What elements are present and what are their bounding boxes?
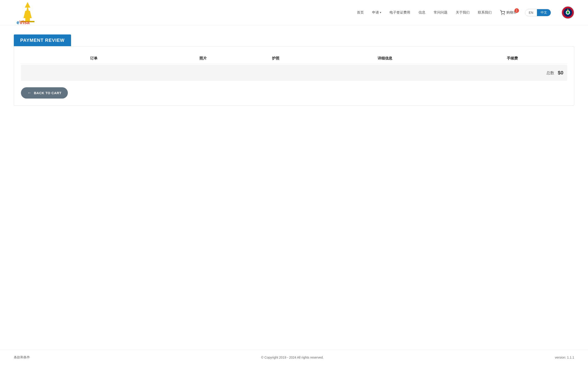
svg-marker-3 <box>23 14 32 18</box>
table-header: 订单 照片 护照 详细信息 手续费 <box>21 53 567 64</box>
nav-info[interactable]: 信息 <box>419 10 425 15</box>
back-arrow-icon: ← <box>27 91 32 95</box>
language-switcher: EN 中文 <box>525 9 551 16</box>
col-order: 订单 <box>21 56 167 61</box>
page-title: PAYMENT REVIEW <box>14 35 71 46</box>
main-nav: 首页 申请 电子签证费用 信息 常问问题 关于我们 联系我们 购物车 1 EN … <box>357 6 574 19</box>
payment-review-box: 订单 照片 护照 详细信息 手续费 总数 $0 ← BACK TO CART <box>14 46 574 106</box>
site-footer: 条款和条件 © Copyright 2019 - 2024 All rights… <box>0 350 588 365</box>
total-section: 总数 $0 <box>456 70 563 76</box>
table-total-row: 总数 $0 <box>21 65 567 81</box>
svg-text:e: e <box>17 20 19 24</box>
svg-text:Visa: Visa <box>19 20 30 24</box>
cart-button[interactable]: 购物车 1 <box>500 10 517 15</box>
col-details: 详细信息 <box>312 56 458 61</box>
col-photo: 照片 <box>167 56 240 61</box>
svg-point-9 <box>504 14 504 15</box>
cart-icon <box>500 10 505 15</box>
col-fee: 手续费 <box>458 56 567 61</box>
svg-marker-1 <box>26 7 29 11</box>
svg-rect-15 <box>567 10 568 11</box>
svg-marker-0 <box>25 2 30 7</box>
total-label: 总数 <box>546 70 554 76</box>
back-to-cart-label: BACK TO CART <box>34 91 62 95</box>
nav-faq[interactable]: 常问问题 <box>434 10 448 15</box>
main-content: PAYMENT REVIEW 订单 照片 护照 详细信息 手续费 总数 $0 ←… <box>0 25 588 350</box>
nav-apply[interactable]: 申请 <box>372 10 381 15</box>
nav-home[interactable]: 首页 <box>357 10 364 15</box>
svg-point-8 <box>501 14 502 15</box>
lang-en-button[interactable]: EN <box>525 9 537 16</box>
country-emblem <box>562 6 574 19</box>
copyright: © Copyright 2019 - 2024 All rights reser… <box>261 356 324 359</box>
lang-zh-button[interactable]: 中文 <box>537 9 551 16</box>
total-amount: $0 <box>558 70 563 76</box>
version: version: 1.1.1 <box>555 356 574 359</box>
terms-link[interactable]: 条款和条件 <box>14 355 30 359</box>
col-passport: 护照 <box>240 56 312 61</box>
nav-contact[interactable]: 联系我们 <box>478 10 492 15</box>
logo[interactable]: e Visa <box>14 1 41 24</box>
site-header: e Visa 首页 申请 电子签证费用 信息 常问问题 关于我们 联系我们 购物… <box>0 0 588 25</box>
cart-count: 1 <box>515 8 519 13</box>
nav-fees[interactable]: 电子签证费用 <box>390 10 410 15</box>
back-to-cart-button[interactable]: ← BACK TO CART <box>21 87 68 98</box>
svg-marker-2 <box>24 11 31 14</box>
svg-point-13 <box>567 11 569 14</box>
nav-about[interactable]: 关于我们 <box>456 10 470 15</box>
